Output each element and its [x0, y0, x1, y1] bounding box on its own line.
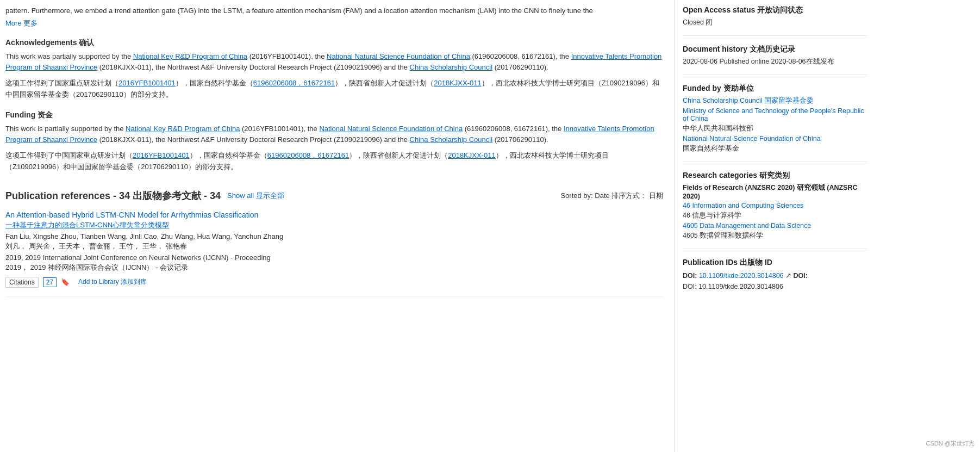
bookmark-icon: 🔖 — [61, 278, 70, 286]
document-history-value: 2020-08-06 Published online 2020-08-06在线… — [683, 57, 867, 66]
ref-venue-chinese: 2019， 2019 神经网络国际联合会议（IJCNN） - 会议记录 — [5, 263, 663, 273]
funded-by-zh-3: 国家自然科学基金 — [683, 144, 867, 153]
acknowledgements-text-zh: 这项工作得到了国家重点研发计划（2016YFB1001401），国家自然科学基金… — [5, 78, 663, 101]
funded-by-section: Funded by 资助单位 China Scholarship Council… — [683, 84, 867, 162]
show-all-link[interactable]: Show all 显示全部 — [227, 191, 284, 201]
document-history-section: Document history 文档历史记录 2020-08-06 Publi… — [683, 45, 867, 75]
acknowledgements-text-en: This work was partially supported by the… — [5, 51, 663, 74]
publication-ids-section: Publication IDs 出版物 ID DOI: 10.1109/tkde… — [683, 258, 867, 299]
ref-title-link[interactable]: An Attention-based Hybrid LSTM-CNN Model… — [5, 210, 663, 219]
research-category-link-1[interactable]: 46 Information and Computing Sciences — [683, 202, 867, 209]
ref-actions: Citations 27 🔖 Add to Library 添加到库 — [5, 277, 663, 288]
publication-ids-title: Publication IDs 出版物 ID — [683, 258, 867, 268]
ref-authors-chinese: 刘凡， 周兴舍， 王天本， 曹金丽， 王竹， 王华， 张艳春 — [5, 242, 663, 251]
ref-authors: Fan Liu, Xingshe Zhou, Tianben Wang, Jin… — [5, 232, 663, 240]
citations-badge: 27 — [43, 277, 57, 287]
research-categories-section: Research categories 研究类别 Fields of Resea… — [683, 171, 867, 249]
funded-by-link-3[interactable]: National Natural Science Foundation of C… — [683, 135, 867, 143]
funding-title: Funding 资金 — [5, 110, 663, 120]
research-category-zh-1: 46 信息与计算科学 — [683, 211, 867, 220]
funded-by-link-2[interactable]: Ministry of Science and Technology of th… — [683, 107, 867, 122]
funding-text-en: This work is partially supported by the … — [5, 123, 663, 146]
research-categories-title: Research categories 研究类别 — [683, 171, 867, 181]
open-access-title: Open Access status 开放访问状态 — [683, 5, 867, 15]
doi-label-plain: DOI: — [794, 272, 808, 280]
open-access-section: Open Access status 开放访问状态 Closed 闭 — [683, 5, 867, 36]
acknowledgements-title: Acknowledgements 确认 — [5, 38, 663, 48]
ref-title-chinese[interactable]: 一种基于注意力的混合LSTM-CNN心律失常分类模型 — [5, 220, 663, 230]
reference-item: An Attention-based Hybrid LSTM-CNN Model… — [5, 210, 663, 297]
doi-plain-value: DOI: 10.1109/tkde.2020.3014806 — [683, 283, 783, 290]
funded-by-title: Funded by 资助单位 — [683, 84, 867, 94]
research-category-link-2[interactable]: 4605 Data Management and Data Science — [683, 222, 867, 230]
ref-venue: 2019, 2019 International Joint Conferenc… — [5, 253, 663, 262]
sorted-by: Sorted by: Date 排序方式： 日期 — [560, 191, 663, 201]
citations-button[interactable]: Citations — [5, 277, 39, 288]
watermark: CSDN @宋世灯光 — [926, 439, 975, 448]
pub-references-title: Publication references - 34 出版物参考文献 - 34 — [5, 189, 221, 202]
doi-arrow: ↗ — [785, 272, 791, 280]
funding-text-zh: 这项工作得到了中国国家重点研发计划（2016YFB1001401），国家自然科学… — [5, 150, 663, 173]
main-content: pattern. Furthermore, we embed a trend a… — [0, 0, 674, 452]
research-category-zh-2: 4605 数据管理和数据科学 — [683, 231, 867, 240]
abstract-snippet: pattern. Furthermore, we embed a trend a… — [5, 5, 663, 16]
citations-label: Citations — [9, 278, 35, 286]
pub-references-header: Publication references - 34 出版物参考文献 - 34… — [5, 189, 663, 202]
doi-row: DOI: 10.1109/tkde.2020.3014806 ↗ DOI: DO… — [683, 270, 867, 292]
doi-link[interactable]: 10.1109/tkde.2020.3014806 — [699, 272, 784, 280]
more-link[interactable]: More 更多 — [5, 19, 38, 27]
funded-by-zh-2: 中华人民共和国科技部 — [683, 124, 867, 133]
sidebar: Open Access status 开放访问状态 Closed 闭 Docum… — [674, 0, 875, 452]
fields-label: Fields of Research (ANZSRC 2020) 研究领域 (A… — [683, 183, 867, 200]
open-access-value: Closed 闭 — [683, 18, 867, 27]
doi-label: DOI: — [683, 272, 697, 280]
funded-by-item-1: China Scholarship Council 国家留学基金委 Minist… — [683, 96, 867, 153]
document-history-title: Document history 文档历史记录 — [683, 45, 867, 54]
funded-by-link-1[interactable]: China Scholarship Council 国家留学基金委 — [683, 96, 867, 106]
add-library-link[interactable]: Add to Library 添加到库 — [78, 277, 147, 287]
